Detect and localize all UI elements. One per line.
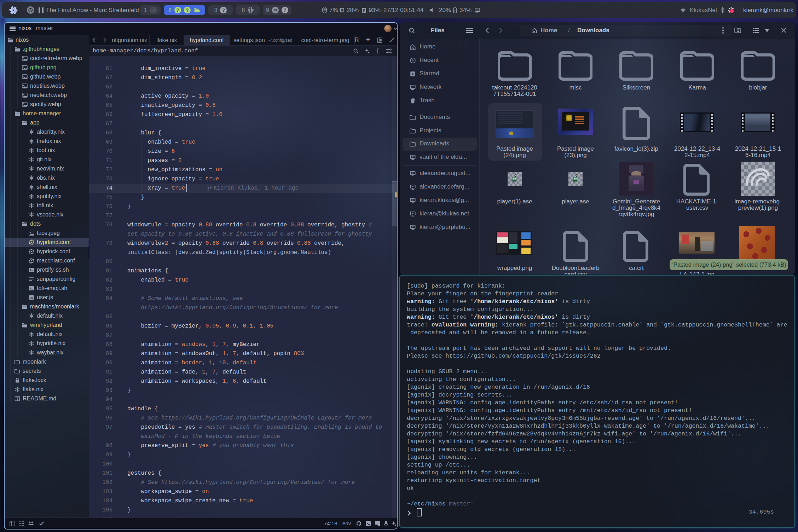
svg-text:JS: JS xyxy=(30,296,33,300)
